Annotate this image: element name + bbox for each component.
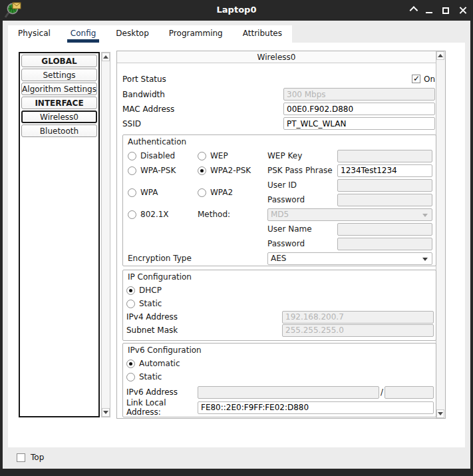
ipv6-address-field <box>198 386 379 399</box>
scroll-down-icon[interactable] <box>102 408 110 417</box>
auth-radio-wpa2[interactable]: WPA2 <box>198 188 267 197</box>
user-name-field <box>337 223 432 236</box>
encryption-type-label: Encryption Type <box>128 254 267 263</box>
auth-radio-disabled[interactable]: Disabled <box>128 151 198 160</box>
sidebar-scrollbar[interactable] <box>101 52 110 417</box>
user-id-field <box>337 179 432 192</box>
panel-header: Wireless0 <box>117 51 436 63</box>
chevron-down-icon <box>422 214 428 217</box>
auth-radio-wpa2-psk[interactable]: WPA2-PSK <box>198 166 267 175</box>
chevron-down-icon <box>422 258 428 261</box>
top-checkbox[interactable] <box>17 453 25 462</box>
ipv6-configuration-groupbox: IPv6 Configuration Automatic Static IPv6… <box>122 343 436 417</box>
chevron-up-icon <box>409 6 418 15</box>
sidebar-item-bluetooth[interactable]: Bluetooth <box>21 124 97 137</box>
tab-config[interactable]: Config <box>61 25 106 43</box>
shade-button[interactable] <box>407 5 418 16</box>
ip-configuration-title: IP Configuration <box>128 272 192 282</box>
panel-content: Port Status On Bandwidth MAC Address <box>117 64 436 418</box>
auth-radio-8021x[interactable]: 802.1X <box>128 210 198 219</box>
password2-field <box>337 238 432 250</box>
sidebar-item-wireless0[interactable]: Wireless0 <box>21 111 97 123</box>
authentication-groupbox: Authentication Disabled WEP WEP Key WPA-… <box>122 134 436 266</box>
port-status-on-label: On <box>424 75 435 84</box>
config-pane: GLOBAL Settings Algorithm Settings INTER… <box>8 43 465 447</box>
mac-address-row: MAC Address <box>122 102 435 116</box>
close-button[interactable] <box>457 5 468 16</box>
ipv4-address-label: IPv4 Address <box>126 312 282 322</box>
wep-key-field <box>337 150 432 162</box>
sidebar-item-interface[interactable]: INTERFACE <box>21 97 97 109</box>
panel-scrollbar[interactable] <box>436 51 445 418</box>
ssid-row: SSID <box>122 117 435 130</box>
tab-physical[interactable]: Physical <box>8 25 61 43</box>
port-status-row: Port Status On <box>122 73 435 85</box>
auth-radio-wpa-psk[interactable]: WPA-PSK <box>128 166 198 175</box>
title-bar: Laptop0 <box>0 0 473 21</box>
ipv6-configuration-title: IPv6 Configuration <box>128 346 202 355</box>
ipv6-radio-static[interactable]: Static <box>126 372 162 381</box>
authentication-title: Authentication <box>128 137 186 146</box>
encryption-type-dropdown[interactable]: AES <box>267 252 432 265</box>
ip-configuration-groupbox: IP Configuration DHCP Static IPv4 Addres… <box>122 270 436 341</box>
ssid-input[interactable] <box>283 117 435 130</box>
ip-radio-static[interactable]: Static <box>126 299 434 308</box>
tab-desktop[interactable]: Desktop <box>106 25 159 43</box>
wireless0-panel: Wireless0 Port Status On Bandwi <box>116 51 446 419</box>
psk-pass-phrase-input[interactable] <box>337 164 432 177</box>
maximize-button[interactable] <box>440 5 451 16</box>
sidebar-item-algorithm-settings[interactable]: Algorithm Settings <box>21 83 97 95</box>
sidebar-item-global[interactable]: GLOBAL <box>21 55 97 67</box>
password-field <box>337 194 432 206</box>
ipv6-radio-automatic[interactable]: Automatic <box>126 359 180 368</box>
footer: Top <box>17 453 44 462</box>
minimize-icon <box>426 12 432 13</box>
ipv6-prefix-separator: / <box>379 387 385 397</box>
port-status-label: Port Status <box>122 75 166 84</box>
port-status-checkbox[interactable] <box>412 75 420 83</box>
sidebar-item-settings[interactable]: Settings <box>21 69 97 81</box>
user-name-label: User Name <box>267 224 337 234</box>
device-window: Laptop0 Physical Config Desktop Programm… <box>0 0 473 476</box>
window-title: Laptop0 <box>0 5 473 15</box>
method-dropdown: MD5 <box>267 208 432 221</box>
ipv4-address-field <box>282 311 434 324</box>
subnet-mask-field <box>282 324 434 337</box>
bandwidth-label: Bandwidth <box>122 90 283 99</box>
psk-pass-phrase-label: PSK Pass Phrase <box>267 166 337 175</box>
window-body: Physical Config Desktop Programming Attr… <box>3 21 470 469</box>
tab-programming[interactable]: Programming <box>159 25 233 43</box>
top-label: Top <box>31 453 44 462</box>
wep-key-label: WEP Key <box>267 151 337 160</box>
ipv6-prefix-field <box>385 386 434 399</box>
mac-address-label: MAC Address <box>122 105 283 114</box>
password-label: Password <box>267 195 337 204</box>
close-icon <box>459 7 466 14</box>
ssid-label: SSID <box>122 119 283 128</box>
ipv6-address-label: IPv6 Address <box>126 387 198 397</box>
auth-radio-wpa[interactable]: WPA <box>128 188 198 197</box>
subnet-mask-label: Subnet Mask <box>126 326 282 335</box>
config-sidebar: GLOBAL Settings Algorithm Settings INTER… <box>19 52 100 417</box>
password2-label: Password <box>267 239 337 248</box>
bandwidth-row: Bandwidth <box>122 87 435 101</box>
scroll-up-icon[interactable] <box>102 53 110 61</box>
minimize-button[interactable] <box>424 5 434 16</box>
mac-address-input[interactable] <box>283 103 435 115</box>
link-local-address-input[interactable] <box>198 401 434 414</box>
user-id-label: User ID <box>267 180 337 190</box>
scroll-down-icon[interactable] <box>436 409 444 418</box>
method-label: Method: <box>198 210 267 219</box>
maximize-icon <box>442 7 449 14</box>
ip-radio-dhcp[interactable]: DHCP <box>126 286 434 295</box>
tab-bar: Physical Config Desktop Programming Attr… <box>8 25 292 43</box>
bandwidth-field <box>283 88 435 101</box>
link-local-address-label: Link Local Address: <box>126 398 198 417</box>
auth-radio-wep[interactable]: WEP <box>198 151 267 160</box>
tab-attributes[interactable]: Attributes <box>233 25 292 43</box>
scroll-up-icon[interactable] <box>436 51 444 60</box>
